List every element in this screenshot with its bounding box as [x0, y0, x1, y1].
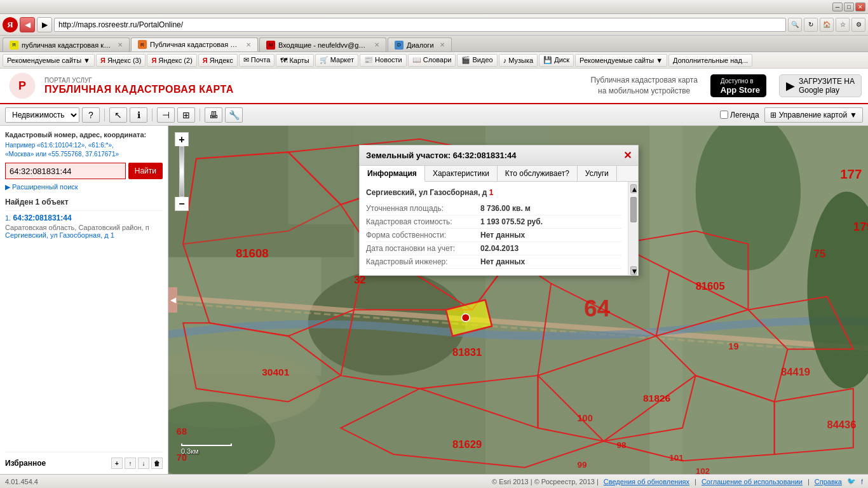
fav-icon-add[interactable]: +	[111, 458, 123, 469]
tab-close-2[interactable]: ✕	[246, 41, 251, 48]
scale-line	[181, 444, 232, 446]
app-store-button[interactable]: Доступно в App Store	[710, 74, 766, 97]
bookmark-news[interactable]: 📰 Новости	[360, 54, 407, 67]
map-area[interactable]: 177 179 81605 75 81608 32 81831 64 19 81…	[168, 126, 868, 474]
google-play-button[interactable]: ▶ ЗАГРУЗИТЕ НА Google play	[779, 74, 862, 97]
map-zoom-controls: + −	[175, 132, 189, 211]
toolbar-right: Легенда ⊞ Управление картой ▼	[720, 107, 863, 123]
found-section: Найден 1 объект 1. 64:32:081831:44 Сарат…	[5, 198, 163, 241]
favorites-icons: + ↑ ↓ 🗑	[111, 458, 163, 469]
popup-address-link[interactable]: 1	[489, 188, 494, 197]
svg-text:81831: 81831	[452, 346, 482, 358]
info-value-engineer: Нет данных	[480, 257, 525, 266]
popup-close-button[interactable]: ✕	[623, 149, 632, 161]
legend-checkbox[interactable]	[720, 111, 728, 119]
svg-text:101: 101	[669, 453, 684, 463]
manage-map-button[interactable]: ⊞ Управление картой ▼	[764, 107, 863, 123]
settings-icon[interactable]: ⚙	[851, 18, 865, 32]
browser-titlebar: ─ □ ✕	[0, 0, 868, 14]
bookmark-disk[interactable]: 💾 Диск	[539, 54, 574, 67]
bookmark-market[interactable]: 🛒 Маркет	[315, 54, 358, 67]
fav-icon-export[interactable]: ↑	[125, 458, 136, 469]
copyright-text: © Esri 2013 | © Росреестр, 2013 |	[492, 478, 599, 485]
legend-checkbox-label[interactable]: Легенда	[720, 111, 759, 119]
settings-tool-button[interactable]: 🔧	[225, 107, 243, 123]
zoom-in-button[interactable]: +	[175, 132, 189, 146]
manage-map-chevron-icon: ▼	[850, 111, 857, 119]
popup-tab-characteristics[interactable]: Характеристики	[425, 166, 498, 181]
result-addr-line2-link[interactable]: Сергиевский, ул Газосборная, д 1	[5, 231, 114, 239]
tab-cadastral-2[interactable]: R Публичная кадастровая ка... ✕	[131, 37, 258, 51]
left-sidebar: Кадастровый номер, адрес, координата: На…	[0, 126, 168, 474]
search-icon[interactable]: 🔍	[788, 18, 802, 32]
app-logo: Р	[6, 72, 38, 100]
close-button[interactable]: ✕	[855, 3, 865, 11]
fav-icon-delete[interactable]: 🗑	[151, 458, 163, 469]
popup-tabs: Информация Характеристики Кто обслуживае…	[360, 166, 638, 182]
fav-icon-import[interactable]: ↓	[138, 458, 149, 469]
search-input[interactable]	[5, 163, 126, 179]
bookmark-additional[interactable]: Дополнительные над...	[668, 54, 752, 67]
bookmark-mail[interactable]: ✉ Почта	[239, 54, 275, 67]
tab-gmail[interactable]: M Входящие - neufeldvv@gmail.... ✕	[259, 37, 386, 51]
tab-close-1[interactable]: ✕	[118, 41, 123, 48]
legend-label: Легенда	[730, 111, 759, 119]
svg-text:99: 99	[578, 460, 587, 470]
bookmark-maps[interactable]: 🗺 Карты	[276, 54, 313, 67]
tab-dialogs[interactable]: D Диалоги ✕	[388, 37, 452, 51]
bookmark-video[interactable]: 🎬 Видео	[457, 54, 497, 67]
scrollbar-thumb[interactable]	[630, 197, 637, 222]
back-button[interactable]: ◀	[20, 17, 35, 32]
help-link[interactable]: Справка	[815, 478, 842, 485]
print-button[interactable]: 🖶	[205, 107, 222, 123]
bookmark-yandex-2[interactable]: Я Яндекс (2)	[147, 54, 196, 67]
facebook-icon[interactable]: f	[861, 478, 863, 485]
scrollbar-down-button[interactable]: ▼	[630, 266, 637, 275]
bookmark-music[interactable]: ♪ Музыка	[499, 54, 538, 67]
select-tool-button[interactable]: ↖	[109, 107, 127, 123]
popup-scrollbar[interactable]: ▲ ▼	[628, 182, 638, 275]
version-label: 4.01.454.4	[5, 478, 38, 485]
popup-tab-services[interactable]: Услуги	[578, 166, 617, 181]
help-toolbar-button[interactable]: ?	[82, 107, 100, 123]
measure-tool-button[interactable]: ⊣	[157, 107, 175, 123]
svg-text:32: 32	[354, 274, 365, 286]
app-main-title: ПУБЛИЧНАЯ КАДАСТРОВАЯ КАРТА	[44, 84, 591, 95]
found-header-label: Найден	[5, 198, 33, 207]
bookmark-recommended-sites-1[interactable]: Рекомендуемые сайты ▼	[3, 54, 95, 67]
svg-point-16	[462, 314, 470, 322]
sidebar-collapse-button[interactable]: ◀	[168, 287, 177, 313]
popup-content: Сергиевский, ул Газосборная, д 1 Уточнен…	[360, 182, 628, 275]
result-title[interactable]: 64:32:081831:44	[13, 214, 72, 222]
bookmark-dict[interactable]: 📖 Словари	[408, 54, 456, 67]
search-button[interactable]: Найти	[128, 163, 163, 179]
info-row-ownership: Форма собственности: Нет данных	[366, 229, 621, 242]
info-tool-button[interactable]: ℹ	[130, 107, 147, 123]
terms-link[interactable]: Соглашение об использовании	[702, 478, 803, 485]
zoom-out-button[interactable]: −	[175, 197, 189, 211]
popup-tab-info[interactable]: Информация	[360, 166, 425, 182]
zoom-scale[interactable]	[179, 146, 184, 197]
minimize-button[interactable]: ─	[832, 3, 843, 11]
area-tool-button[interactable]: ⊞	[177, 107, 195, 123]
twitter-icon[interactable]: 🐦	[847, 477, 856, 485]
home-button[interactable]: 🏠	[820, 18, 834, 32]
popup-tab-service[interactable]: Кто обслуживает?	[498, 166, 578, 181]
advanced-search-link[interactable]: Расширенный поиск	[5, 183, 163, 191]
bookmark-recommended-sites-2[interactable]: Рекомендуемые сайты ▼	[575, 54, 667, 67]
tab-close-3[interactable]: ✕	[374, 41, 379, 48]
refresh-button[interactable]: ↻	[804, 18, 818, 32]
svg-text:75: 75	[814, 248, 825, 260]
update-info-link[interactable]: Сведения об обновлениях	[604, 478, 689, 485]
tab-close-4[interactable]: ✕	[440, 41, 445, 48]
star-icon[interactable]: ☆	[836, 18, 850, 32]
bookmark-yandex[interactable]: Я Яндекс	[198, 54, 238, 67]
tab-cadastral-1[interactable]: Я публичная кадастровая карта... ✕	[3, 37, 130, 51]
property-type-select[interactable]: Недвижимость	[5, 107, 79, 123]
scrollbar-up-button[interactable]: ▲	[630, 184, 637, 193]
address-bar[interactable]	[54, 18, 786, 32]
maximize-button[interactable]: □	[844, 3, 854, 11]
forward-button[interactable]: ▶	[37, 17, 52, 32]
bookmark-yandex-3[interactable]: Я Яндекс (3)	[96, 54, 146, 67]
svg-text:81608: 81608	[236, 247, 269, 260]
